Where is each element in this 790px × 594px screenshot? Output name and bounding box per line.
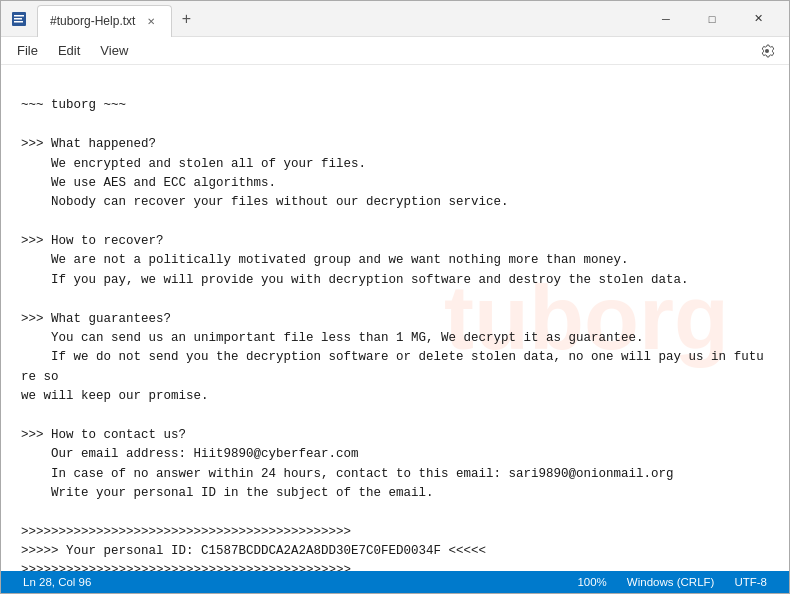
text-line (21, 503, 769, 522)
text-line: Our email address: Hiit9890@cyberfear.co… (21, 445, 769, 464)
titlebar: #tuborg-Help.txt ✕ + ─ □ ✕ (1, 1, 789, 37)
tab-bar: #tuborg-Help.txt ✕ + (37, 1, 643, 37)
menu-view[interactable]: View (92, 41, 136, 60)
status-position[interactable]: Ln 28, Col 96 (13, 571, 101, 593)
text-line: >>> What happened? (21, 135, 769, 154)
text-line: If you pay, we will provide you with dec… (21, 271, 769, 290)
text-line (21, 213, 769, 232)
window-controls: ─ □ ✕ (643, 1, 781, 37)
svg-rect-3 (14, 21, 23, 23)
new-tab-button[interactable]: + (172, 5, 200, 33)
text-line: >>> How to recover? (21, 232, 769, 251)
maximize-button[interactable]: □ (689, 1, 735, 37)
status-line-ending[interactable]: Windows (CRLF) (617, 571, 725, 593)
text-line: You can send us an unimportant file less… (21, 329, 769, 348)
text-line (21, 406, 769, 425)
text-line: >>> What guarantees? (21, 310, 769, 329)
text-line: In case of no answer within 24 hours, co… (21, 465, 769, 484)
window: #tuborg-Help.txt ✕ + ─ □ ✕ File Edit Vie… (0, 0, 790, 594)
active-tab[interactable]: #tuborg-Help.txt ✕ (37, 5, 172, 37)
tab-close-button[interactable]: ✕ (143, 13, 159, 29)
text-line: >>>>>>>>>>>>>>>>>>>>>>>>>>>>>>>>>>>>>>>>… (21, 561, 769, 571)
text-line: Write your personal ID in the subject of… (21, 484, 769, 503)
settings-icon[interactable] (753, 37, 781, 65)
text-line (21, 290, 769, 309)
text-line: >>>>> Your personal ID: C1587BCDDCA2A2A8… (21, 542, 769, 561)
text-line (21, 116, 769, 135)
text-content: ~~~ tuborg ~~~ >>> What happened? We enc… (21, 77, 769, 571)
tab-title: #tuborg-Help.txt (50, 14, 135, 28)
app-icon (9, 9, 29, 29)
text-line: We encrypted and stolen all of your file… (21, 155, 769, 174)
status-zoom[interactable]: 100% (567, 571, 616, 593)
status-encoding[interactable]: UTF-8 (724, 571, 777, 593)
text-line: We use AES and ECC algorithms. (21, 174, 769, 193)
text-line: ~~~ tuborg ~~~ (21, 96, 769, 115)
text-line: If we do not send you the decryption sof… (21, 348, 769, 387)
svg-rect-1 (14, 15, 24, 17)
text-line (21, 77, 769, 96)
text-line: Nobody can recover your files without ou… (21, 193, 769, 212)
text-line: >>>>>>>>>>>>>>>>>>>>>>>>>>>>>>>>>>>>>>>>… (21, 523, 769, 542)
statusbar: Ln 28, Col 96 100% Windows (CRLF) UTF-8 (1, 571, 789, 593)
menubar: File Edit View (1, 37, 789, 65)
menu-file[interactable]: File (9, 41, 46, 60)
text-line: We are not a politically motivated group… (21, 251, 769, 270)
svg-rect-2 (14, 18, 22, 20)
content-area[interactable]: tuborg ~~~ tuborg ~~~ >>> What happened?… (1, 65, 789, 571)
minimize-button[interactable]: ─ (643, 1, 689, 37)
close-button[interactable]: ✕ (735, 1, 781, 37)
text-line: we will keep our promise. (21, 387, 769, 406)
menu-edit[interactable]: Edit (50, 41, 88, 60)
text-line: >>> How to contact us? (21, 426, 769, 445)
